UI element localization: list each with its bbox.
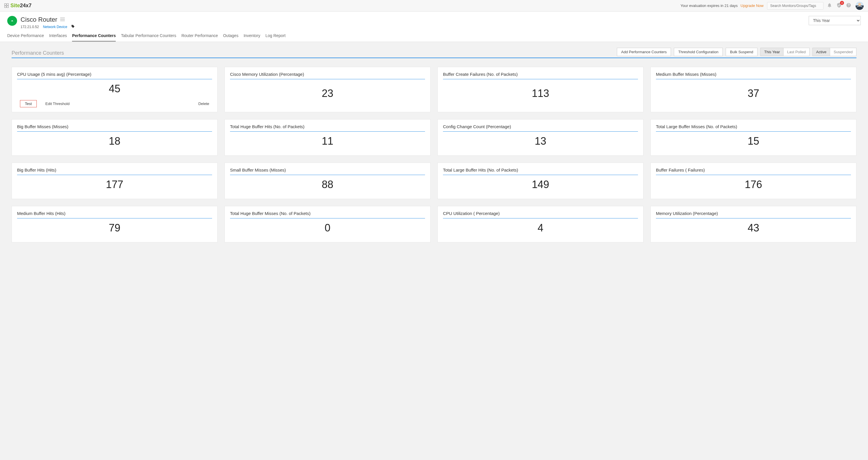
counter-card: Total Huge Buffer Hits (No. of Packets)1… [224,119,431,156]
card-value: 13 [443,132,638,151]
card-value: 37 [656,79,851,107]
card-value: 15 [656,132,851,151]
tab-interfaces[interactable]: Interfaces [49,33,67,42]
card-value: 11 [230,132,425,151]
counter-card: Small Buffer Misses (Misses)88 [224,162,431,199]
section-title: Performance Counters [11,50,64,56]
tab-log-report[interactable]: Log Report [266,33,286,42]
tabs: Device PerformanceInterfacesPerformance … [7,33,861,42]
card-value: 0 [230,218,425,238]
card-value: 23 [230,79,425,107]
logo-text: Site24x7 [10,3,32,9]
tag-icon[interactable] [71,25,75,29]
top-header: Site24x7 Your evaluation expires in 21 d… [0,0,868,11]
card-value: 88 [230,175,425,194]
card-title: Big Buffer Misses (Misses) [17,124,212,132]
time-toggle-group: This Year Last Polled [761,48,810,56]
main-content: Performance Counters Add Performance Cou… [0,42,868,248]
tab-router-performance[interactable]: Router Performance [181,33,218,42]
card-title: Config Change Count (Percentage) [443,124,638,132]
edit-threshold-link[interactable]: Edit Threshold [45,101,70,106]
device-type-link[interactable]: Network Device [43,25,67,29]
card-value: 43 [656,218,851,238]
counter-card: Big Buffer Hits (Hits)177 [11,162,218,199]
counter-card: Config Change Count (Percentage)13 [437,119,644,156]
card-actions: TestEdit ThresholdDelete [17,98,212,107]
card-title: CPU Utilization ( Percentage) [443,211,638,218]
card-title: Buffer Create Failures (No. of Packets) [443,72,638,79]
status-up-icon [7,16,17,26]
notification-badge: 4 [840,1,844,5]
svg-rect-0 [60,18,65,18]
card-value: 113 [443,79,638,107]
counter-card: Buffer Create Failures (No. of Packets)1… [437,67,644,112]
card-value: 4 [443,218,638,238]
counter-card: Buffer Failures ( Failures)176 [650,162,857,199]
avatar[interactable] [856,2,864,10]
card-title: Total Large Buffer Misses (No. of Packet… [656,124,851,132]
bell-icon[interactable] [827,3,832,9]
card-title: Big Buffer Hits (Hits) [17,167,212,175]
device-section: Cisco Router 172.21.0.52 Network Device … [0,11,868,42]
counter-card: Total Large Buffer Misses (No. of Packet… [650,119,857,156]
toggle-active[interactable]: Active [813,48,830,56]
counter-card: CPU Utilization ( Percentage)4 [437,206,644,242]
tab-tabular-performance-counters[interactable]: Tabular Performance Counters [121,33,176,42]
counter-card: Total Huge Buffer Misses (No. of Packets… [224,206,431,242]
card-title: Cisco Memory Utilization (Percentage) [230,72,425,79]
bulk-suspend-button[interactable]: Bulk Suspend [726,48,757,56]
shield-icon[interactable]: 4 [836,3,842,9]
card-value: 177 [17,175,212,194]
tab-outages[interactable]: Outages [223,33,239,42]
logo[interactable]: Site24x7 [4,3,32,9]
svg-rect-1 [60,19,65,20]
counter-card: Total Large Buffer Hits (No. of Packets)… [437,162,644,199]
card-title: Medium Buffer Misses (Misses) [656,72,851,79]
card-title: Medium Buffer Hits (Hits) [17,211,212,218]
logo-icon [4,3,9,8]
card-title: Buffer Failures ( Failures) [656,167,851,175]
counter-card: Medium Buffer Hits (Hits)79 [11,206,218,242]
cards-grid: CPU Usage (5 mins avg) (Percentage)45Tes… [11,67,857,242]
card-title: Memory Utilization (Percentage) [656,211,851,218]
tab-device-performance[interactable]: Device Performance [7,33,44,42]
evaluation-text: Your evaluation expires in 21 days [681,3,738,8]
card-title: Total Huge Buffer Misses (No. of Packets… [230,211,425,218]
state-toggle-group: Active Suspended [812,48,857,56]
card-title: CPU Usage (5 mins avg) (Percentage) [17,72,212,79]
card-value: 45 [17,79,212,98]
card-value: 149 [443,175,638,194]
counter-card: Cisco Memory Utilization (Percentage)23 [224,67,431,112]
card-value: 18 [17,132,212,151]
menu-icon[interactable] [60,17,65,23]
tab-performance-counters[interactable]: Performance Counters [72,33,116,42]
delete-link[interactable]: Delete [198,101,209,106]
add-counters-button[interactable]: Add Performance Counters [617,48,671,56]
tab-inventory[interactable]: Inventory [244,33,260,42]
card-title: Total Large Buffer Hits (No. of Packets) [443,167,638,175]
device-ip: 172.21.0.52 [21,25,39,29]
card-value: 176 [656,175,851,194]
time-range-select[interactable]: This Year [809,16,861,25]
threshold-config-button[interactable]: Threshold Configuration [674,48,723,56]
toggle-suspended[interactable]: Suspended [830,48,856,56]
test-button[interactable]: Test [20,100,37,107]
counter-card: Medium Buffer Misses (Misses)37 [650,67,857,112]
device-title: Cisco Router [21,16,57,24]
counter-card: Big Buffer Misses (Misses)18 [11,119,218,156]
card-title: Small Buffer Misses (Misses) [230,167,425,175]
upgrade-link[interactable]: Upgrade Now [741,3,764,8]
help-icon[interactable] [846,3,851,9]
section-divider [11,58,857,58]
toggle-last-polled[interactable]: Last Polled [783,48,809,56]
card-title: Total Huge Buffer Hits (No. of Packets) [230,124,425,132]
svg-rect-2 [60,21,65,21]
counter-card: Memory Utilization (Percentage)43 [650,206,857,242]
counter-card: CPU Usage (5 mins avg) (Percentage)45Tes… [11,67,218,112]
card-value: 79 [17,218,212,238]
toggle-this-year[interactable]: This Year [761,48,783,56]
search-input[interactable] [767,2,824,9]
